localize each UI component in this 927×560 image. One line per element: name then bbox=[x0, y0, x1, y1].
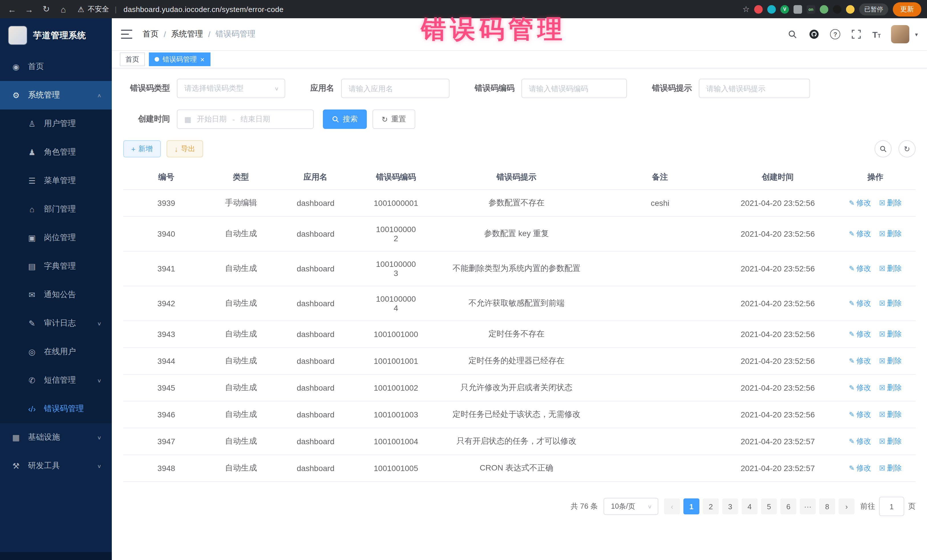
page-button-2[interactable]: 2 bbox=[703, 498, 719, 514]
page-button-6[interactable]: 6 bbox=[780, 498, 796, 514]
edit-link[interactable]: ✎修改 bbox=[849, 410, 871, 420]
delete-link[interactable]: ☒删除 bbox=[879, 329, 902, 339]
browser-home-icon[interactable]: ⌂ bbox=[57, 4, 70, 14]
add-button[interactable]: + 新增 bbox=[123, 140, 161, 157]
cell-app: dashboard bbox=[272, 401, 359, 428]
cell-type: 自动生成 bbox=[209, 251, 272, 286]
range-separator: - bbox=[233, 115, 235, 123]
refresh-icon: ↻ bbox=[904, 144, 910, 153]
search-icon[interactable] bbox=[787, 29, 798, 40]
edit-link[interactable]: ✎修改 bbox=[849, 356, 871, 366]
prev-page-button[interactable]: ‹ bbox=[664, 498, 680, 514]
help-icon[interactable]: ? bbox=[830, 29, 840, 39]
page-button-4[interactable]: 4 bbox=[742, 498, 758, 514]
next-page-button[interactable]: › bbox=[839, 498, 854, 514]
cell-type: 自动生成 bbox=[209, 428, 272, 455]
security-indicator[interactable]: ⚠ 不安全 | bbox=[78, 4, 119, 14]
delete-link[interactable]: ☒删除 bbox=[879, 264, 902, 274]
refresh-table-button[interactable]: ↻ bbox=[898, 140, 916, 157]
sidebar-item-error-code-management[interactable]: ‹/›错误码管理 bbox=[0, 395, 112, 423]
delete-link[interactable]: ☒删除 bbox=[879, 436, 902, 446]
delete-link[interactable]: ☒删除 bbox=[879, 410, 902, 420]
more-pages-button[interactable]: ··· bbox=[800, 498, 816, 514]
browser-forward-icon[interactable]: → bbox=[23, 4, 35, 14]
user-avatar[interactable] bbox=[891, 25, 909, 43]
delete-link[interactable]: ☒删除 bbox=[879, 229, 902, 239]
delete-link[interactable]: ☒删除 bbox=[879, 463, 902, 473]
sidebar-item-menu-management[interactable]: ☰菜单管理 bbox=[0, 167, 112, 195]
tag-error-code[interactable]: 错误码管理 × bbox=[149, 52, 210, 66]
breadcrumb-system[interactable]: 系统管理 bbox=[171, 29, 203, 39]
extension-red-icon[interactable] bbox=[754, 5, 763, 14]
avatar-caret-icon[interactable]: ▾ bbox=[915, 31, 918, 37]
edit-link[interactable]: ✎修改 bbox=[849, 198, 871, 208]
fullscreen-icon[interactable] bbox=[851, 29, 862, 40]
extension-on-icon[interactable]: on bbox=[807, 5, 815, 14]
edit-link[interactable]: ✎修改 bbox=[849, 229, 871, 239]
hamburger-icon[interactable] bbox=[121, 30, 132, 39]
pagination: 共 76 条 10条/页 ∨ ‹123456···8› 前往 页 bbox=[123, 497, 916, 516]
github-icon[interactable] bbox=[808, 29, 820, 40]
edit-link[interactable]: ✎修改 bbox=[849, 264, 871, 274]
delete-link[interactable]: ☒删除 bbox=[879, 298, 902, 308]
font-size-icon[interactable]: TT bbox=[872, 29, 881, 39]
sidebar-item-post-management[interactable]: ▣岗位管理 bbox=[0, 223, 112, 252]
sidebar-item-notice-announcement[interactable]: ✉通知公告 bbox=[0, 281, 112, 309]
dept-management-icon: ⌂ bbox=[26, 205, 38, 214]
sidebar-item-dev-tools[interactable]: ⚒研发工具∨ bbox=[0, 452, 112, 480]
sidebar-item-sms-management[interactable]: ✆短信管理∨ bbox=[0, 366, 112, 395]
sidebar-item-infrastructure[interactable]: ▦基础设施∨ bbox=[0, 423, 112, 452]
date-range-picker[interactable]: ▦ 开始日期 - 结束日期 bbox=[177, 109, 314, 129]
paused-badge[interactable]: 已暂停 bbox=[859, 3, 888, 15]
browser-back-icon[interactable]: ← bbox=[6, 4, 18, 14]
page-button-5[interactable]: 5 bbox=[761, 498, 777, 514]
export-button[interactable]: ↓ 导出 bbox=[166, 140, 203, 157]
bookmark-star-icon[interactable]: ☆ bbox=[742, 5, 749, 14]
edit-link[interactable]: ✎修改 bbox=[849, 463, 871, 473]
edit-label: 修改 bbox=[856, 410, 871, 420]
delete-link[interactable]: ☒删除 bbox=[879, 382, 902, 393]
close-icon[interactable]: × bbox=[200, 56, 205, 63]
page-button-3[interactable]: 3 bbox=[722, 498, 738, 514]
sidebar-item-online-users[interactable]: ◎在线用户 bbox=[0, 338, 112, 366]
error-code-input[interactable] bbox=[521, 79, 627, 98]
edit-link[interactable]: ✎修改 bbox=[849, 329, 871, 339]
extension-leaf-icon[interactable] bbox=[820, 5, 828, 14]
browser-update-button[interactable]: 更新 bbox=[893, 2, 921, 16]
sidebar-item-user-management[interactable]: ♙用户管理 bbox=[0, 109, 112, 138]
sidebar-item-system-management[interactable]: ⚙系统管理∧ bbox=[0, 81, 112, 109]
extension-paw-icon[interactable] bbox=[833, 5, 842, 14]
page-button-8[interactable]: 8 bbox=[819, 498, 835, 514]
app-name-input[interactable] bbox=[341, 79, 450, 98]
edit-link[interactable]: ✎修改 bbox=[849, 436, 871, 446]
tag-home[interactable]: 首页 bbox=[120, 52, 145, 66]
reset-button[interactable]: ↻ 重置 bbox=[372, 109, 415, 129]
app-logo[interactable]: 芋道管理系统 bbox=[0, 18, 112, 52]
extension-teal-icon[interactable] bbox=[767, 5, 776, 14]
error-msg-input[interactable] bbox=[699, 79, 810, 98]
address-bar[interactable]: dashboard.yudao.iocoder.cn/system/error-… bbox=[123, 5, 284, 14]
sidebar-item-dict-management[interactable]: ▤字典管理 bbox=[0, 252, 112, 281]
extensions-puzzle-icon[interactable] bbox=[793, 5, 802, 14]
delete-link[interactable]: ☒删除 bbox=[879, 198, 902, 208]
browser-reload-icon[interactable]: ↻ bbox=[40, 4, 53, 14]
edit-icon: ✎ bbox=[849, 384, 854, 392]
profile-avatar-icon[interactable] bbox=[846, 5, 854, 14]
sidebar-item-dept-management[interactable]: ⌂部门管理 bbox=[0, 195, 112, 223]
sidebar-item-audit-log[interactable]: ✎审计日志∨ bbox=[0, 309, 112, 338]
breadcrumb-home[interactable]: 首页 bbox=[143, 29, 159, 39]
delete-link[interactable]: ☒删除 bbox=[879, 356, 902, 366]
page-size-select[interactable]: 10条/页 ∨ bbox=[603, 498, 658, 515]
extension-v-icon[interactable]: V bbox=[780, 5, 789, 14]
goto-page-input[interactable] bbox=[879, 497, 904, 516]
notice-announcement-icon: ✉ bbox=[26, 290, 38, 299]
download-icon: ↓ bbox=[174, 145, 178, 153]
edit-link[interactable]: ✎修改 bbox=[849, 382, 871, 393]
toggle-search-button[interactable] bbox=[874, 140, 892, 157]
edit-link[interactable]: ✎修改 bbox=[849, 298, 871, 308]
page-button-1[interactable]: 1 bbox=[684, 498, 699, 514]
search-button[interactable]: 搜索 bbox=[323, 109, 367, 129]
sidebar-item-role-management[interactable]: ♟角色管理 bbox=[0, 138, 112, 167]
sidebar-item-home[interactable]: ◉首页 bbox=[0, 52, 112, 81]
error-code-type-select[interactable]: 请选择错误码类型 ∨ bbox=[177, 79, 285, 98]
